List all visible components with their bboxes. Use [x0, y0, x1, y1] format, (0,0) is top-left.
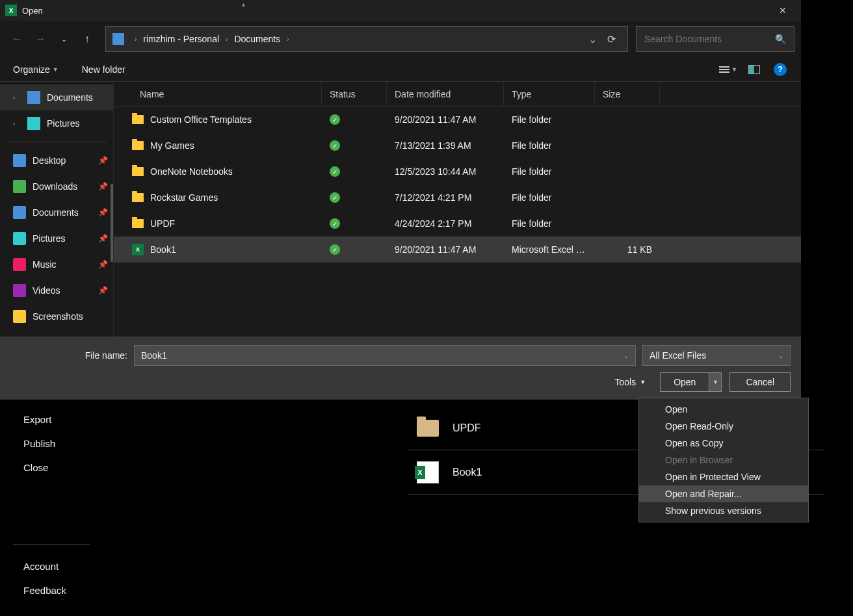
file-type: File folder: [504, 218, 595, 229]
quick-item-label: Desktop: [33, 155, 66, 166]
pin-icon: 📌: [98, 208, 108, 217]
backstage-publish[interactable]: Publish: [0, 431, 103, 456]
file-filter-dropdown[interactable]: All Excel Files⌄: [642, 345, 791, 366]
quick-item-music[interactable]: Music📌: [0, 251, 113, 277]
file-size: 11 KB: [595, 244, 660, 255]
refresh-button[interactable]: ⟳: [602, 33, 621, 45]
tools-button[interactable]: Tools▼: [609, 374, 653, 390]
file-type: File folder: [504, 192, 595, 203]
recent-item-name: Book1: [453, 467, 482, 478]
open-dialog: X Open ✕ ← → ⌄ ↑ › rimzhim - Personal › …: [0, 0, 801, 400]
breadcrumb-root[interactable]: rimzhim - Personal: [140, 34, 222, 44]
pin-icon: 📌: [98, 260, 108, 269]
chevron-icon[interactable]: ›: [222, 36, 231, 43]
open-dropdown-button[interactable]: ▼: [709, 373, 721, 391]
filename-label: File name:: [10, 350, 127, 361]
documents-icon: [13, 206, 26, 219]
file-date: 9/20/2021 11:47 AM: [387, 244, 504, 255]
preview-pane-button[interactable]: [744, 59, 765, 80]
expand-icon[interactable]: ›: [13, 94, 21, 101]
backstage-export[interactable]: Export: [0, 407, 103, 431]
open-dropdown-menu: OpenOpen Read-OnlyOpen as CopyOpen in Br…: [638, 398, 809, 522]
file-name: UPDF: [150, 218, 175, 229]
file-name: Rockstar Games: [150, 192, 218, 203]
file-row[interactable]: OneNote Notebooks✓12/5/2023 10:44 AMFile…: [114, 159, 801, 185]
pin-icon: 📌: [98, 156, 108, 165]
titlebar: X Open ✕: [0, 0, 801, 21]
menu-item-open-read-only[interactable]: Open Read-Only: [639, 418, 808, 435]
chevron-icon[interactable]: ›: [131, 36, 140, 43]
new-folder-button[interactable]: New folder: [77, 62, 131, 77]
up-button[interactable]: ↑: [77, 29, 98, 49]
nav-row: ← → ⌄ ↑ › rimzhim - Personal › Documents…: [0, 21, 801, 57]
folder-icon: [417, 420, 439, 437]
view-mode-button[interactable]: ▼: [718, 59, 739, 80]
address-bar[interactable]: › rimzhim - Personal › Documents › ⌄ ⟳: [105, 26, 628, 52]
quick-item-label: Screenshots: [33, 311, 83, 322]
excel-file-icon: X: [417, 461, 439, 483]
column-status[interactable]: Status: [322, 82, 387, 106]
quick-item-downloads[interactable]: Downloads📌: [0, 173, 113, 199]
open-button[interactable]: Open: [661, 373, 709, 391]
search-box[interactable]: 🔍: [636, 26, 794, 52]
quick-item-videos[interactable]: Videos📌: [0, 277, 113, 303]
help-button[interactable]: ?: [770, 59, 791, 80]
search-icon[interactable]: 🔍: [775, 34, 786, 44]
sync-status-icon: ✓: [330, 192, 340, 203]
close-button[interactable]: ✕: [770, 0, 796, 21]
backstage-close[interactable]: Close: [0, 456, 103, 480]
tree-item-pictures[interactable]: ›Pictures: [0, 110, 113, 136]
quick-item-label: Pictures: [33, 233, 66, 244]
pictures-icon: [13, 232, 26, 245]
recent-item-name: UPDF: [453, 422, 481, 434]
quick-item-screenshots[interactable]: Screenshots: [0, 303, 113, 329]
breadcrumb-current[interactable]: Documents: [231, 34, 283, 44]
file-name: OneNote Notebooks: [150, 166, 233, 177]
column-size[interactable]: Size: [595, 82, 660, 106]
menu-item-show-previous-versions[interactable]: Show previous versions: [639, 502, 808, 519]
quick-item-pictures[interactable]: Pictures📌: [0, 225, 113, 251]
file-row[interactable]: Custom Office Templates✓9/20/2021 11:47 …: [114, 107, 801, 133]
backstage-account[interactable]: Account: [0, 554, 103, 578]
menu-item-open[interactable]: Open: [639, 401, 808, 418]
quick-item-desktop[interactable]: Desktop📌: [0, 148, 113, 173]
quick-item-documents[interactable]: Documents📌: [0, 199, 113, 225]
expand-icon[interactable]: ›: [13, 120, 21, 127]
column-headers: Name▲ Status Date modified Type Size: [114, 82, 801, 107]
organize-button[interactable]: Organize▼: [8, 62, 64, 77]
column-type[interactable]: Type: [504, 82, 595, 106]
folder-icon: [132, 167, 144, 176]
file-name: My Games: [150, 140, 194, 151]
file-list: Name▲ Status Date modified Type Size Cus…: [114, 82, 801, 337]
file-row[interactable]: Rockstar Games✓7/12/2021 4:21 PMFile fol…: [114, 185, 801, 211]
column-name[interactable]: Name▲: [114, 82, 322, 106]
tree-item-documents[interactable]: ›Documents: [0, 84, 113, 110]
address-dropdown[interactable]: ⌄: [583, 33, 602, 45]
file-date: 7/12/2021 4:21 PM: [387, 192, 504, 203]
quick-item-label: Videos: [33, 285, 60, 296]
bottom-bar: File name: Book1⌄ All Excel Files⌄ Tools…: [0, 337, 801, 400]
file-row[interactable]: My Games✓7/13/2021 1:39 AMFile folder: [114, 133, 801, 159]
forward-button[interactable]: →: [30, 29, 51, 49]
column-date[interactable]: Date modified: [387, 82, 504, 106]
sidebar: ›Documents›PicturesDesktop📌Downloads📌Doc…: [0, 82, 114, 337]
recent-dropdown[interactable]: ⌄: [53, 29, 74, 49]
menu-item-open-as-copy[interactable]: Open as Copy: [639, 435, 808, 452]
file-row[interactable]: UPDF✓4/24/2024 2:17 PMFile folder: [114, 211, 801, 237]
folder-icon: [132, 141, 144, 150]
file-row[interactable]: XBook1✓9/20/2021 11:47 AMMicrosoft Excel…: [114, 237, 801, 263]
menu-item-open-in-protected-view[interactable]: Open in Protected View: [639, 468, 808, 485]
open-split-button: Open ▼: [660, 372, 722, 392]
back-button[interactable]: ←: [7, 29, 27, 49]
menu-item-open-and-repair-[interactable]: Open and Repair...: [639, 485, 808, 502]
menu-item-open-in-browser: Open in Browser: [639, 452, 808, 468]
backstage-feedback[interactable]: Feedback: [0, 578, 103, 602]
chevron-icon[interactable]: ›: [283, 36, 293, 43]
search-input[interactable]: [644, 34, 775, 44]
cancel-button[interactable]: Cancel: [729, 372, 791, 392]
tree-item-label: Documents: [47, 92, 93, 103]
quick-item-label: Documents: [33, 207, 79, 218]
file-date: 9/20/2021 11:47 AM: [387, 114, 504, 125]
filename-input[interactable]: Book1⌄: [134, 345, 636, 366]
folder-icon: [132, 193, 144, 202]
